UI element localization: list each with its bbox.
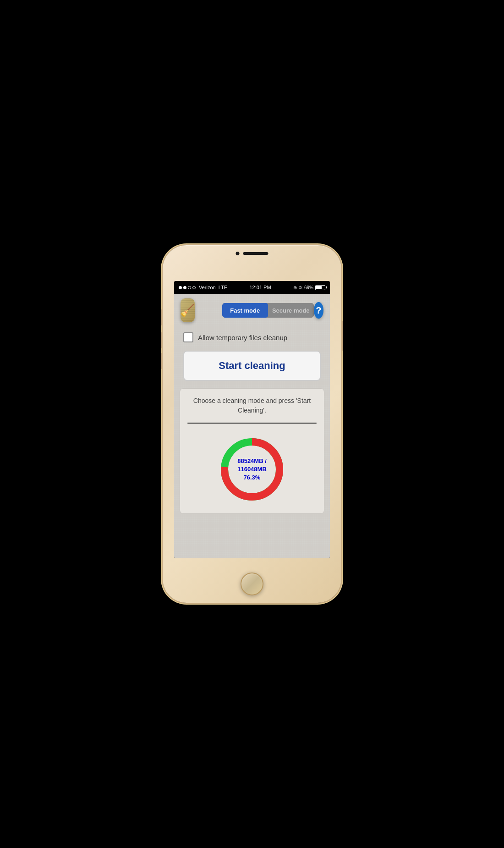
donut-label: 88524MB / 116048MB 76.3% bbox=[237, 457, 267, 482]
battery-percent: 69% bbox=[304, 285, 313, 290]
status-bar: Verizon LTE 12:01 PM ⊕ ✲ 69% bbox=[174, 281, 330, 294]
battery-icon bbox=[315, 285, 325, 290]
network-label: LTE bbox=[219, 285, 227, 290]
signal-dot-4 bbox=[192, 286, 196, 289]
phone-frame: Verizon LTE 12:01 PM ⊕ ✲ 69% 🧹 bbox=[163, 245, 341, 603]
carrier-label: Verizon bbox=[199, 285, 216, 290]
help-button[interactable]: ? bbox=[314, 302, 323, 319]
app-icon: 🧹 bbox=[181, 298, 195, 322]
donut-chart: 88524MB / 116048MB 76.3% bbox=[215, 433, 289, 506]
signal-dot-2 bbox=[183, 286, 186, 289]
app-header: 🧹 Fast mode Secure mode ? bbox=[174, 294, 330, 326]
phone-screen: Verizon LTE 12:01 PM ⊕ ✲ 69% 🧹 bbox=[174, 281, 330, 558]
bluetooth-icon: ✲ bbox=[299, 285, 302, 290]
camera-dot bbox=[236, 252, 240, 255]
divider-line bbox=[187, 423, 317, 424]
mode-toggle-area: Fast mode Secure mode bbox=[190, 303, 314, 318]
temp-files-checkbox-row: Allow temporary files cleanup bbox=[174, 326, 330, 349]
temp-files-checkbox[interactable] bbox=[183, 332, 193, 342]
donut-used-mb: 88524MB / bbox=[237, 457, 267, 465]
start-cleaning-label: Start cleaning bbox=[219, 360, 285, 371]
fast-mode-button[interactable]: Fast mode bbox=[222, 303, 268, 318]
donut-total-mb: 116048MB bbox=[237, 465, 267, 474]
battery-fill bbox=[316, 286, 322, 289]
mode-toggle: Fast mode Secure mode bbox=[222, 303, 314, 318]
start-cleaning-button[interactable]: Start cleaning bbox=[183, 351, 321, 381]
temp-files-label: Allow temporary files cleanup bbox=[198, 334, 287, 341]
home-button[interactable] bbox=[241, 573, 263, 595]
time-label: 12:01 PM bbox=[249, 285, 271, 290]
phone-top-hardware bbox=[236, 252, 268, 255]
status-left: Verizon LTE bbox=[179, 285, 227, 290]
secure-mode-button[interactable]: Secure mode bbox=[268, 303, 314, 318]
info-instruction: Choose a cleaning mode and press 'Start … bbox=[187, 396, 317, 415]
info-panel: Choose a cleaning mode and press 'Start … bbox=[180, 388, 324, 514]
donut-percent: 76.3% bbox=[237, 474, 267, 482]
lock-icon: ⊕ bbox=[293, 285, 297, 290]
status-right: ⊕ ✲ 69% bbox=[293, 285, 325, 290]
app-icon-texture bbox=[181, 298, 195, 322]
app-content: 🧹 Fast mode Secure mode ? bbox=[174, 294, 330, 558]
signal-dot-3 bbox=[188, 286, 191, 289]
signal-dot-1 bbox=[179, 286, 182, 289]
speaker-bar bbox=[243, 252, 268, 255]
